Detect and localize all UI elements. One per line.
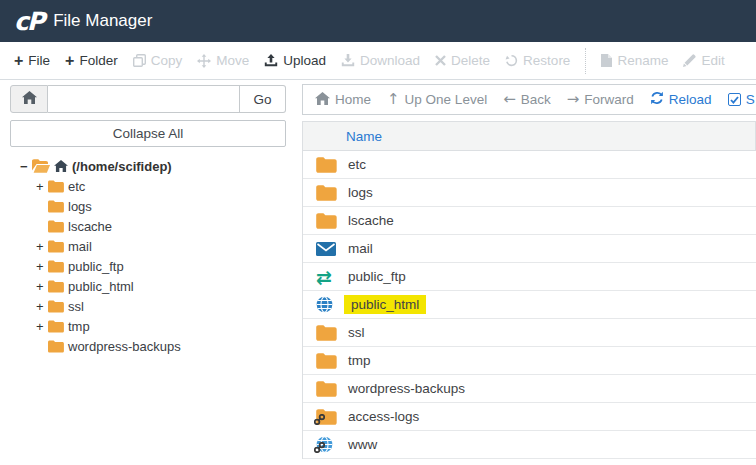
file-row-public-html[interactable]: public_html bbox=[303, 291, 756, 319]
file-row-ssl[interactable]: ssl bbox=[303, 319, 756, 347]
nav-select-all-button[interactable]: S bbox=[728, 92, 755, 107]
directory-tree: − (/home/scifidep) + etc logs lscache + … bbox=[10, 156, 296, 356]
folder-button[interactable]: + Folder bbox=[65, 53, 118, 69]
file-button[interactable]: + File bbox=[14, 53, 50, 69]
name-column-header[interactable]: Name bbox=[303, 121, 756, 151]
link-icon bbox=[314, 411, 325, 429]
x-icon bbox=[435, 55, 446, 66]
download-button: Download bbox=[341, 53, 420, 68]
tree-item-public-ftp[interactable]: + public_ftp bbox=[10, 256, 296, 276]
edit-button: Edit bbox=[683, 53, 724, 68]
file-row-wordpress-backups[interactable]: wordpress-backups bbox=[303, 375, 756, 403]
pencil-icon bbox=[683, 54, 696, 67]
tree-item-lscache[interactable]: lscache bbox=[10, 216, 296, 236]
highlighted-name: public_html bbox=[344, 295, 426, 314]
expand-toggle[interactable]: + bbox=[36, 299, 48, 314]
tree-item-root[interactable]: − (/home/scifidep) bbox=[10, 156, 296, 176]
expand-toggle[interactable]: + bbox=[36, 319, 48, 334]
folder-link-icon bbox=[316, 409, 338, 425]
file-row-etc[interactable]: etc bbox=[303, 151, 756, 179]
upload-button[interactable]: Upload bbox=[264, 53, 326, 68]
expand-toggle[interactable]: + bbox=[36, 259, 48, 274]
folder-icon bbox=[48, 260, 64, 273]
link-icon bbox=[314, 439, 325, 457]
cpanel-logo: cP bbox=[14, 7, 43, 36]
file-row-logs[interactable]: logs bbox=[303, 179, 756, 207]
globe-icon bbox=[316, 296, 338, 313]
home-icon bbox=[54, 160, 68, 172]
plus-icon: + bbox=[14, 53, 23, 69]
folder-icon bbox=[316, 325, 338, 341]
page-title: File Manager bbox=[53, 11, 152, 31]
home-button[interactable] bbox=[10, 85, 48, 113]
folder-icon bbox=[48, 220, 64, 233]
action-toolbar: + File + Folder Copy Move Upload Downloa… bbox=[0, 42, 756, 80]
tree-item-logs[interactable]: logs bbox=[10, 196, 296, 216]
right-arrow-icon: → bbox=[567, 92, 580, 107]
up-arrow-icon: ↑ bbox=[387, 92, 400, 107]
tree-item-tmp[interactable]: + tmp bbox=[10, 316, 296, 336]
move-button: Move bbox=[197, 53, 249, 68]
collapse-all-button[interactable]: Collapse All bbox=[10, 120, 286, 147]
download-icon bbox=[341, 54, 355, 67]
folder-icon bbox=[316, 381, 338, 397]
tree-item-wordpress-backups[interactable]: wordpress-backups bbox=[10, 336, 296, 356]
reload-icon bbox=[650, 91, 664, 108]
mail-icon bbox=[316, 242, 338, 256]
restore-icon bbox=[505, 54, 518, 67]
collapse-toggle[interactable]: − bbox=[20, 159, 32, 174]
file-row-lscache[interactable]: lscache bbox=[303, 207, 756, 235]
file-row-www[interactable]: www bbox=[303, 431, 756, 459]
left-arrow-icon: ← bbox=[503, 92, 516, 107]
file-row-mail[interactable]: mail bbox=[303, 235, 756, 263]
nav-reload-button[interactable]: Reload bbox=[650, 91, 712, 108]
plus-icon: + bbox=[65, 53, 74, 69]
toolbar-separator bbox=[585, 48, 586, 74]
copy-icon bbox=[133, 54, 146, 67]
restore-button: Restore bbox=[505, 53, 570, 68]
folder-icon bbox=[48, 280, 64, 293]
folder-icon bbox=[48, 180, 64, 193]
folder-icon bbox=[316, 157, 338, 173]
folder-icon bbox=[316, 185, 338, 201]
tree-item-etc[interactable]: + etc bbox=[10, 176, 296, 196]
tree-item-public-html[interactable]: + public_html bbox=[10, 276, 296, 296]
expand-toggle[interactable]: + bbox=[36, 179, 48, 194]
folder-icon bbox=[316, 353, 338, 369]
folder-icon bbox=[48, 200, 64, 213]
home-icon bbox=[22, 90, 37, 108]
tree-item-mail[interactable]: + mail bbox=[10, 236, 296, 256]
file-row-public-ftp[interactable]: ⇄ public_ftp bbox=[303, 263, 756, 291]
tree-item-ssl[interactable]: + ssl bbox=[10, 296, 296, 316]
file-icon bbox=[601, 54, 612, 67]
expand-toggle[interactable]: + bbox=[36, 239, 48, 254]
copy-button: Copy bbox=[133, 53, 183, 68]
nav-toolbar: Home ↑ Up One Level ← Back → Forward Rel… bbox=[302, 84, 756, 115]
path-bar: Go bbox=[10, 85, 286, 113]
folder-icon bbox=[316, 213, 338, 229]
nav-back-button[interactable]: ← Back bbox=[503, 92, 551, 107]
globe-link-icon bbox=[316, 436, 338, 453]
file-list: Name etc logs lscache mail ⇄ public_ftp … bbox=[302, 121, 756, 459]
expand-toggle[interactable]: + bbox=[36, 279, 48, 294]
folder-icon bbox=[48, 340, 64, 353]
checkbox-icon bbox=[728, 93, 741, 106]
nav-forward-button[interactable]: → Forward bbox=[567, 92, 634, 107]
path-input[interactable] bbox=[48, 85, 240, 113]
folder-open-icon bbox=[32, 159, 50, 173]
transfer-icon: ⇄ bbox=[316, 270, 338, 284]
move-icon bbox=[197, 54, 211, 68]
folder-icon bbox=[48, 240, 64, 253]
folder-icon bbox=[48, 320, 64, 333]
file-row-tmp[interactable]: tmp bbox=[303, 347, 756, 375]
rename-button: Rename bbox=[601, 53, 668, 68]
upload-icon bbox=[264, 54, 278, 67]
go-button[interactable]: Go bbox=[240, 85, 286, 113]
nav-up-one-level-button[interactable]: ↑ Up One Level bbox=[387, 92, 487, 107]
home-icon bbox=[315, 92, 330, 108]
app-header: cP File Manager bbox=[0, 0, 756, 42]
nav-home-button[interactable]: Home bbox=[315, 92, 371, 108]
delete-button: Delete bbox=[435, 53, 490, 68]
file-row-access-logs[interactable]: access-logs bbox=[303, 403, 756, 431]
folder-icon bbox=[48, 300, 64, 313]
